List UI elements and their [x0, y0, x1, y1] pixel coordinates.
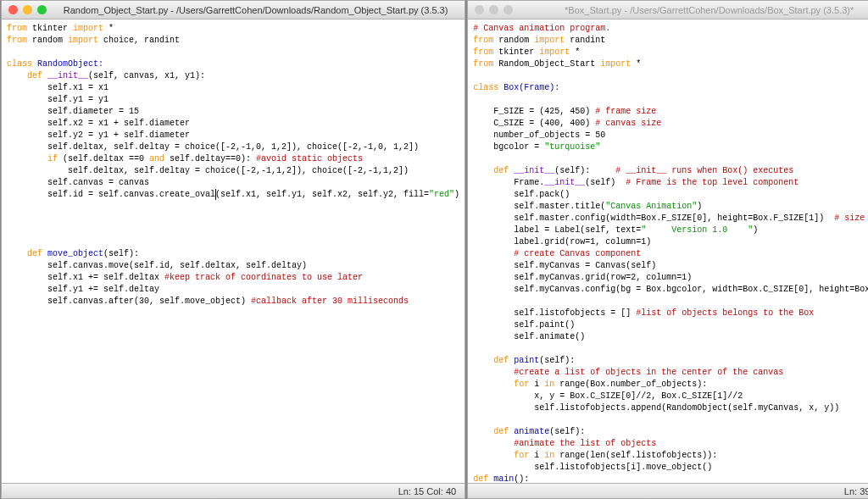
- code-token: tkinter: [493, 47, 539, 57]
- code-token: (self):: [539, 356, 575, 365]
- code-token: #avoid static objects: [256, 154, 363, 164]
- code-token: from: [473, 47, 493, 57]
- code-token: import: [539, 47, 570, 57]
- minimize-icon[interactable]: [489, 5, 498, 14]
- code-line: self.x2 = x1 + self.diameter: [7, 119, 190, 128]
- right-window-title: *Box_Start.py - /Users/GarrettCohen/Down…: [520, 5, 868, 15]
- code-token: import: [534, 36, 565, 45]
- code-token: class: [7, 59, 32, 69]
- left-pane: Random_Object_Start.py - /Users/GarrettC…: [1, 0, 465, 499]
- editor-container: Random_Object_Start.py - /Users/GarrettC…: [0, 0, 868, 499]
- code-token: #list of objects belongs to the Box: [636, 308, 814, 318]
- code-token: if: [7, 154, 58, 164]
- code-token: F_SIZE = (425, 450): [473, 107, 595, 116]
- code-token: bgcolor =: [473, 142, 544, 152]
- code-token: from: [473, 36, 493, 45]
- right-titlebar[interactable]: *Box_Start.py - /Users/GarrettCohen/Down…: [468, 1, 868, 19]
- code-line: self.myCanvas.grid(row=2, column=1): [473, 273, 692, 282]
- left-titlebar[interactable]: Random_Object_Start.py - /Users/GarrettC…: [2, 1, 465, 19]
- code-token: "turquoise": [544, 142, 600, 152]
- code-token: self.canvas.after(30, self.move_object): [7, 297, 251, 306]
- code-token: (self): [585, 178, 626, 187]
- code-token: # size in pix: [834, 213, 868, 223]
- code-token: *: [103, 24, 114, 33]
- code-line: # create Canvas component: [473, 249, 641, 258]
- code-token: from: [7, 36, 27, 45]
- code-token: # canvas size: [595, 119, 661, 128]
- code-token: import: [68, 36, 98, 45]
- code-line: self.y1 = y1: [7, 95, 108, 104]
- code-token: " Version 1.0 ": [641, 225, 753, 235]
- code-token: ): [454, 190, 459, 199]
- left-statusbar: Ln: 15 Col: 40: [2, 483, 465, 498]
- code-token: Box(Frame):: [498, 83, 559, 92]
- code-line: number_of_objects = 50: [473, 130, 605, 140]
- code-token: i: [529, 451, 544, 460]
- code-line: self.animate(): [473, 332, 585, 341]
- code-token: RandomObject:: [32, 59, 103, 69]
- code-token: label = Label(self, text=: [473, 225, 641, 235]
- left-editor[interactable]: from tkinter import * from random import…: [2, 19, 465, 483]
- code-token: Frame.: [473, 178, 544, 187]
- code-line: self.x1 = x1: [7, 83, 108, 92]
- code-token: move_object: [42, 249, 103, 258]
- minimize-icon[interactable]: [23, 5, 32, 14]
- code-line: #create a list of objects in the center …: [473, 368, 783, 377]
- code-token: ): [753, 225, 758, 235]
- code-token: (self):: [549, 427, 585, 436]
- code-token: main: [488, 474, 514, 483]
- code-line: self.pack(): [473, 190, 570, 199]
- code-token: ():: [514, 474, 529, 483]
- code-line: #animate the list of objects: [473, 439, 656, 448]
- code-line: self.deltax, self.deltay = choice([-2,-1…: [7, 166, 409, 175]
- code-token: def: [7, 249, 42, 258]
- code-token: *: [631, 59, 641, 69]
- code-token: randint: [565, 36, 605, 45]
- code-token: self.id = self.canvas.create_oval: [7, 190, 215, 199]
- code-line: self.myCanvas.config(bg = Box.bgcolor, w…: [473, 285, 868, 294]
- code-token: __init__: [42, 71, 88, 80]
- code-line: self.listofobjects[i].move_object(): [473, 463, 712, 472]
- code-line: self.y1 += self.deltay: [7, 285, 159, 294]
- left-cursor-position: Ln: 15 Col: 40: [398, 486, 457, 496]
- right-editor[interactable]: # Canvas animation program. from random …: [468, 19, 868, 483]
- code-token: from: [473, 59, 493, 69]
- code-line: # Canvas animation program.: [473, 24, 610, 33]
- code-token: from: [7, 24, 27, 33]
- close-icon[interactable]: [475, 5, 484, 14]
- code-token: random: [27, 36, 68, 45]
- code-token: "Canvas Animation": [605, 202, 697, 211]
- maximize-icon[interactable]: [504, 5, 513, 14]
- code-token: in: [544, 451, 554, 460]
- code-line: self.myCanvas = Canvas(self): [473, 261, 656, 270]
- code-token: def: [473, 427, 509, 436]
- close-icon[interactable]: [8, 5, 18, 14]
- traffic-lights: [8, 5, 47, 14]
- code-token: Random_Object_Start: [493, 59, 600, 69]
- code-token: __init__: [509, 166, 554, 175]
- code-token: __init__: [544, 178, 585, 187]
- code-token: ): [697, 202, 702, 211]
- code-line: self.canvas.move(self.id, self.deltax, s…: [7, 261, 307, 270]
- code-token: # Frame is the top level component: [626, 178, 798, 187]
- code-token: # frame size: [595, 107, 656, 116]
- code-token: #callback after 30 milliseconds: [251, 297, 409, 306]
- code-token: self.listofobjects = []: [473, 308, 636, 318]
- code-token: in: [544, 380, 554, 389]
- code-token: self.deltay==0):: [164, 154, 256, 164]
- code-line: self.deltax, self.deltay = choice([-2,-1…: [7, 142, 419, 152]
- code-line: self.diameter = 15: [7, 107, 139, 116]
- code-token: def: [473, 356, 509, 365]
- left-window-title: Random_Object_Start.py - /Users/GarrettC…: [53, 5, 458, 15]
- code-token: # __init__ runs when Box() executes: [615, 166, 793, 175]
- code-token: def: [473, 166, 509, 175]
- code-token: (self):: [103, 249, 139, 258]
- code-line: self.canvas = canvas: [7, 178, 149, 187]
- traffic-lights: [475, 5, 513, 14]
- code-token: #keep track of coordinates to use later: [164, 273, 363, 282]
- code-token: def: [7, 71, 42, 80]
- code-token: *: [570, 47, 580, 57]
- code-token: range(Box.number_of_objects):: [554, 380, 707, 389]
- maximize-icon[interactable]: [37, 5, 47, 14]
- code-token: class: [473, 83, 498, 92]
